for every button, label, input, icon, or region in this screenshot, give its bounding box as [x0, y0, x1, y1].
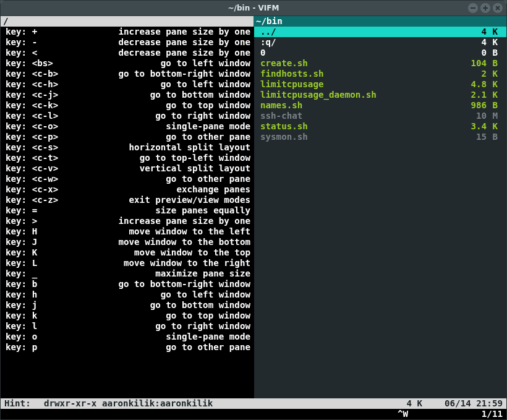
minimize-icon[interactable]	[468, 3, 478, 13]
key-name: key: <c-l>	[6, 111, 80, 121]
key-desc: single-pane mode	[80, 121, 253, 132]
key-help-row: key: Lmove window to the right	[1, 258, 253, 268]
key-help-row: key: hgo to left window	[1, 289, 253, 300]
file-name: status.sh	[260, 121, 462, 132]
key-help-row: key: =size panes equally	[1, 205, 253, 216]
file-row[interactable]: status.sh3.4K	[254, 121, 506, 132]
file-row[interactable]: ../4K	[254, 27, 506, 37]
file-name: ssh-chat	[260, 111, 462, 121]
file-pane[interactable]: ../4K:q/4K00Bcreate.sh104Bfindhosts.sh2K…	[254, 27, 506, 398]
left-pane-path[interactable]: /	[1, 16, 254, 27]
key-help-row: key: <c-o>single-pane mode	[1, 121, 253, 132]
file-row[interactable]: 00B	[254, 48, 506, 58]
file-size-unit: K	[487, 27, 500, 37]
file-row[interactable]: ssh-chat10M	[254, 111, 506, 121]
svg-rect-2	[483, 7, 488, 9]
file-size-unit: B	[487, 48, 500, 58]
file-name: :q/	[260, 37, 462, 48]
status-size: 4 K	[385, 398, 422, 409]
key-help-row: key: lgo to right window	[1, 321, 253, 332]
key-desc: maximize pane size	[80, 268, 253, 279]
key-name: key: <c-j>	[6, 90, 80, 100]
file-row[interactable]: sysmon.sh15B	[254, 132, 506, 142]
key-help-row: key: -decrease pane size by one	[1, 37, 253, 48]
key-desc: increase pane size by one	[80, 216, 253, 226]
file-name: limitcpusage_daemon.sh	[260, 90, 462, 100]
key-name: key: <bs>	[6, 58, 80, 69]
key-desc: go to top window	[80, 100, 253, 111]
file-name: names.sh	[260, 100, 462, 111]
close-icon[interactable]	[493, 3, 503, 13]
key-desc: exchange panes	[80, 184, 253, 195]
file-size-unit: B	[487, 132, 500, 142]
key-help-row: key: pgo to other pane	[1, 342, 253, 353]
status-perms: drwxr-xr-x aaronkilik:aaronkilik	[44, 398, 385, 409]
key-desc: go to other pane	[80, 132, 253, 142]
key-desc: horizontal split layout	[80, 142, 253, 153]
key-desc: decrease pane size by one	[80, 37, 253, 48]
key-desc: go to top-left window	[80, 153, 253, 163]
key-desc: vertical split layout	[80, 163, 253, 174]
file-row[interactable]: limitcpusage_daemon.sh2.1K	[254, 90, 506, 100]
help-pane[interactable]: key: +increase pane size by onekey: -dec…	[1, 27, 253, 398]
svg-rect-0	[471, 7, 475, 9]
file-size: 2	[462, 69, 487, 79]
key-name: key: <c-t>	[6, 153, 80, 163]
key-help-row: key: <c-h>go to left window	[1, 79, 253, 90]
file-row[interactable]: limitcpusage4.8K	[254, 79, 506, 90]
key-name: key: <c-s>	[6, 142, 80, 153]
key-desc: increase pane size by one	[80, 27, 253, 37]
right-pane-path[interactable]: ~/bin	[254, 16, 506, 27]
maximize-icon[interactable]	[480, 3, 490, 13]
key-name: key: <c-k>	[6, 100, 80, 111]
key-help-row: key: >increase pane size by one	[1, 216, 253, 226]
file-size: 3.4	[462, 121, 487, 132]
file-size: 4.8	[462, 79, 487, 90]
key-desc: go to other pane	[80, 174, 253, 184]
key-name: key: -	[6, 37, 80, 48]
key-help-row: key: jgo to bottom window	[1, 300, 253, 311]
key-desc: go to other pane	[80, 342, 253, 353]
file-row[interactable]: :q/4K	[254, 37, 506, 48]
command-bar[interactable]: ^W 1/11	[1, 409, 506, 419]
key-name: key: H	[6, 226, 80, 237]
window-title: ~/bin - VIFM	[228, 3, 279, 14]
file-size: 4	[462, 37, 487, 48]
file-row[interactable]: findhosts.sh2K	[254, 69, 506, 79]
key-help-row: key: <c-j>go to bottom window	[1, 90, 253, 100]
key-name: key: <c-h>	[6, 79, 80, 90]
key-name: key: +	[6, 27, 80, 37]
file-size: 10	[462, 111, 487, 121]
key-desc: go to bottom-right window	[80, 69, 253, 79]
file-name: create.sh	[260, 58, 462, 69]
key-desc: go to right window	[80, 321, 253, 332]
key-help-row: key: bgo to bottom-right window	[1, 279, 253, 289]
key-desc: go to left window	[80, 289, 253, 300]
status-date: 06/14 21:59	[422, 398, 503, 409]
key-name: key: b	[6, 279, 80, 289]
key-help-row: key: _maximize pane size	[1, 268, 253, 279]
key-help-row: key: <c-x>exchange panes	[1, 184, 253, 195]
file-size-unit: K	[487, 90, 500, 100]
file-size: 104	[462, 58, 487, 69]
key-help-row: key: kgo to top window	[1, 311, 253, 321]
file-row[interactable]: create.sh104B	[254, 58, 506, 69]
file-name: 0	[260, 48, 462, 58]
key-help-row: key: <bs>go to left window	[1, 58, 253, 69]
titlebar[interactable]: ~/bin - VIFM	[1, 1, 506, 16]
position-indicator: 1/11	[459, 409, 503, 419]
key-name: key: <c-x>	[6, 184, 80, 195]
key-desc: exit preview/view modes	[80, 195, 253, 205]
key-help-row: key: <c-k>go to top window	[1, 100, 253, 111]
file-size: 2.1	[462, 90, 487, 100]
app-window: ~/bin - VIFM / ~/bin key: +increase pane…	[0, 0, 507, 420]
file-row[interactable]: names.sh986B	[254, 100, 506, 111]
key-name: key: h	[6, 289, 80, 300]
key-help-row: key: <c-p>go to other pane	[1, 132, 253, 142]
key-desc: go to left window	[80, 58, 253, 69]
key-desc: go to bottom window	[80, 90, 253, 100]
key-help-row: key: <c-t>go to top-left window	[1, 153, 253, 163]
key-help-row: key: Kmove window to the top	[1, 247, 253, 258]
file-size-unit: K	[487, 79, 500, 90]
file-size: 0	[462, 48, 487, 58]
